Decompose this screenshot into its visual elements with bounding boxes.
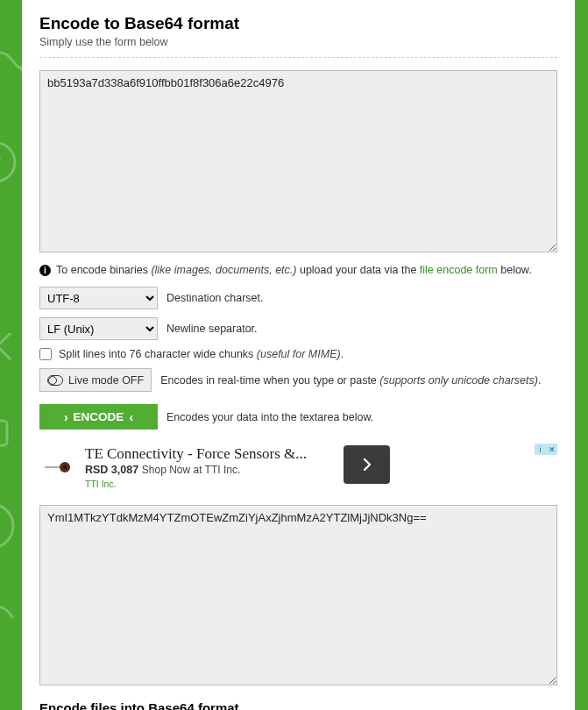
info-icon: i xyxy=(39,265,51,276)
advertisement: TE Connectivity - Force Sensors &... RSD… xyxy=(39,442,557,494)
input-textarea[interactable] xyxy=(39,70,557,252)
page-title: Encode to Base64 format xyxy=(39,14,557,33)
charset-select[interactable]: UTF-8 xyxy=(39,287,158,309)
next-section-heading: Encode files into Base64 format xyxy=(39,700,557,710)
ad-product-image xyxy=(45,461,73,473)
svg-rect-4 xyxy=(0,421,7,445)
livemode-desc-italic: (supports only unicode charsets) xyxy=(379,374,538,387)
encode-button-label: ENCODE xyxy=(74,410,124,423)
page-subtitle: Simply use the form below xyxy=(39,36,557,48)
divider xyxy=(39,57,557,58)
ad-shop-text: Shop Now at TTI Inc. xyxy=(142,464,241,476)
svg-point-5 xyxy=(0,504,13,548)
ad-title[interactable]: TE Connectivity - Force Sensors &... xyxy=(85,445,557,463)
info-text-mid: upload your data via the xyxy=(296,264,419,276)
livemode-suffix: . xyxy=(538,374,541,387)
encode-button[interactable]: › ENCODE ‹ xyxy=(39,404,158,430)
newline-select[interactable]: LF (Unix) xyxy=(39,317,158,340)
arrow-right-icon xyxy=(359,457,375,472)
split-label: Split lines into 76 character wide chunk… xyxy=(59,348,257,360)
file-encode-link[interactable]: file encode form xyxy=(420,264,498,276)
encode-desc: Encodes your data into the textarea belo… xyxy=(166,411,373,423)
livemode-label: Live mode OFF xyxy=(68,374,144,387)
toggle-icon xyxy=(47,375,63,386)
split-lines-checkbox[interactable] xyxy=(39,348,52,360)
livemode-toggle[interactable]: Live mode OFF xyxy=(39,368,152,392)
chevron-left-icon: ‹ xyxy=(129,411,133,423)
svg-point-8 xyxy=(63,465,67,469)
svg-text:?: ? xyxy=(0,147,2,176)
main-card: Encode to Base64 format Simply use the f… xyxy=(22,0,575,710)
charset-label: Destination charset. xyxy=(166,292,263,304)
info-text-suffix: below. xyxy=(498,264,532,276)
ad-info-icon[interactable]: i xyxy=(535,444,546,455)
svg-point-2 xyxy=(0,143,15,181)
ad-company[interactable]: TTI Inc. xyxy=(85,479,557,489)
split-italic: (useful for MIME) xyxy=(257,348,341,360)
output-textarea[interactable] xyxy=(39,505,557,685)
binary-info-row: i To encode binaries (like images, docum… xyxy=(39,264,557,276)
chevron-right-icon: › xyxy=(64,411,68,423)
ad-close-icon[interactable]: ✕ xyxy=(546,444,557,455)
info-text-italic: (like images, documents, etc.) xyxy=(151,264,296,276)
ad-price: RSD 3,087 xyxy=(85,464,138,476)
newline-label: Newline separator. xyxy=(166,323,258,335)
ad-next-button[interactable] xyxy=(344,445,390,484)
info-text-prefix: To encode binaries xyxy=(56,264,151,276)
livemode-desc: Encodes in real-time when you type or pa… xyxy=(160,374,379,387)
split-suffix: . xyxy=(341,348,344,360)
